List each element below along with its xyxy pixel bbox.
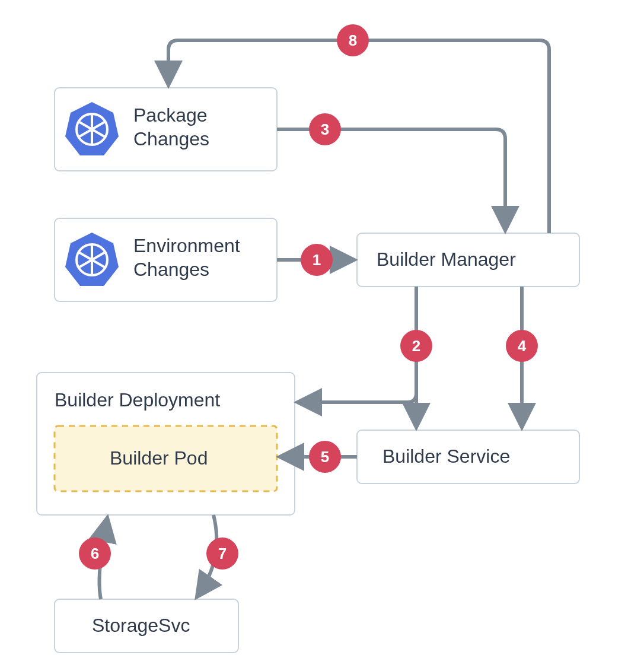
builder-manager-label: Builder Manager bbox=[377, 249, 516, 270]
package-changes-label-l1: Package bbox=[133, 104, 208, 126]
svg-text:5: 5 bbox=[321, 448, 329, 466]
step-badge-2: 2 bbox=[400, 330, 432, 362]
step-badge-1: 1 bbox=[301, 244, 333, 276]
builder-deployment-label: Builder Deployment bbox=[55, 389, 220, 411]
environment-changes-label-l2: Changes bbox=[133, 259, 209, 280]
edge-3 bbox=[277, 129, 505, 227]
step-badge-5: 5 bbox=[309, 441, 341, 473]
node-builder-manager: Builder Manager bbox=[357, 233, 579, 287]
svg-text:4: 4 bbox=[518, 337, 527, 355]
step-badge-4: 4 bbox=[506, 330, 538, 362]
edge-2 bbox=[301, 287, 416, 402]
step-badge-6: 6 bbox=[79, 537, 111, 570]
package-changes-label-l2: Changes bbox=[133, 128, 209, 149]
step-badge-8: 8 bbox=[337, 24, 369, 56]
storagesvc-label: StorageSvc bbox=[92, 615, 190, 636]
environment-changes-label-l1: Environment bbox=[133, 235, 240, 256]
svg-text:7: 7 bbox=[218, 545, 227, 562]
architecture-diagram: Package Changes Environment Changes Buil… bbox=[0, 0, 644, 668]
svg-text:3: 3 bbox=[321, 120, 329, 138]
svg-text:1: 1 bbox=[313, 251, 321, 269]
node-builder-service: Builder Service bbox=[357, 430, 579, 483]
builder-service-label: Builder Service bbox=[382, 446, 510, 467]
node-builder-pod: Builder Pod bbox=[55, 426, 277, 491]
node-storagesvc: StorageSvc bbox=[55, 599, 238, 653]
node-environment-changes: Environment Changes bbox=[55, 218, 277, 301]
step-badge-7: 7 bbox=[206, 537, 238, 570]
svg-text:2: 2 bbox=[412, 337, 420, 355]
step-badge-3: 3 bbox=[309, 113, 341, 145]
node-builder-deployment: Builder Deployment Builder Pod bbox=[37, 373, 295, 515]
node-package-changes: Package Changes bbox=[55, 88, 277, 171]
builder-pod-label: Builder Pod bbox=[110, 447, 208, 469]
svg-text:8: 8 bbox=[349, 31, 357, 49]
svg-text:6: 6 bbox=[91, 545, 99, 562]
